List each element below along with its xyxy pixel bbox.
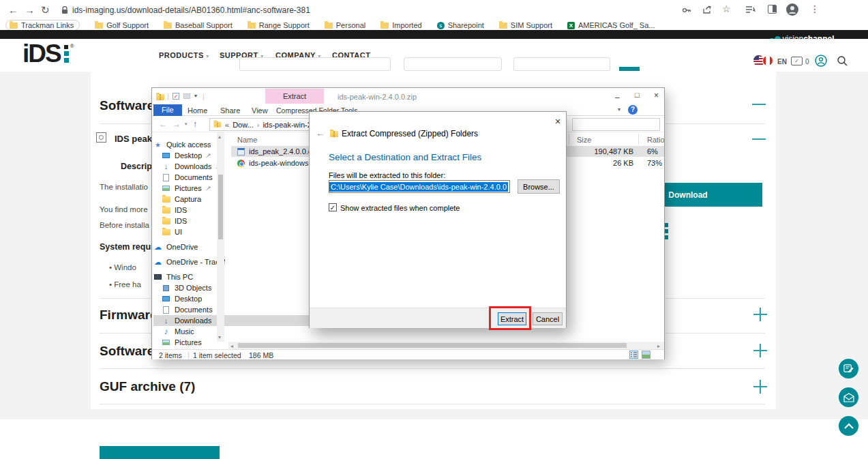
flag-ca-icon[interactable] xyxy=(762,55,773,66)
address-bar[interactable]: ids-imaging.us/download-details/AB01360.… xyxy=(72,5,454,15)
music-icon xyxy=(162,327,170,336)
details-view-icon[interactable] xyxy=(629,351,638,359)
cancel-button[interactable]: Cancel xyxy=(533,312,563,325)
profile-avatar[interactable] xyxy=(786,3,798,16)
close-icon[interactable]: × xyxy=(654,91,659,100)
ribbon-collapse-icon[interactable]: ▾ xyxy=(618,107,620,113)
share-icon[interactable] xyxy=(702,5,712,14)
scroll-thumb[interactable] xyxy=(218,175,223,239)
tab-view[interactable]: View xyxy=(252,106,268,115)
bookmark-item[interactable]: Imported xyxy=(380,21,421,29)
scroll-left-icon[interactable]: ◂ xyxy=(230,343,233,349)
folder-icon xyxy=(380,23,389,29)
collapse-minus-icon[interactable] xyxy=(752,132,766,146)
minimize-icon[interactable]: – xyxy=(615,93,620,102)
side-panel-icon[interactable] xyxy=(768,5,777,14)
newsletter-button[interactable] xyxy=(839,387,858,407)
description-paragraph: Before installa xyxy=(100,221,151,229)
reading-list-icon[interactable] xyxy=(745,5,755,14)
recent-locations-icon[interactable]: ▾ xyxy=(185,121,188,126)
compare-icon[interactable]: ✓ xyxy=(791,57,803,65)
tab-home[interactable]: Home xyxy=(188,106,207,115)
nav-back-icon[interactable]: ← xyxy=(159,120,167,128)
selected-path-text: C:\Users\Kylie Case\Downloads\ids-peak-w… xyxy=(329,182,508,192)
file-size: 190,487 KB xyxy=(595,147,634,156)
scroll-up-icon[interactable]: ▴ xyxy=(218,134,221,140)
tab-file[interactable]: File xyxy=(153,104,182,116)
collapse-minus-icon[interactable] xyxy=(752,98,766,111)
dialog-close-icon[interactable]: × xyxy=(555,117,560,126)
download-icon xyxy=(162,163,170,171)
explorer-search-input[interactable] xyxy=(572,118,660,131)
window-title: ids-peak-win-2.4.0.0.zip xyxy=(338,93,542,101)
filter-field[interactable] xyxy=(513,57,610,71)
forward-icon[interactable]: → xyxy=(25,5,35,15)
bookmark-item[interactable]: Range Support xyxy=(248,21,310,29)
cloud-icon xyxy=(153,258,162,266)
filter-submit-button[interactable] xyxy=(619,67,640,71)
bookmark-item[interactable]: Trackman Links xyxy=(5,20,80,31)
nav-forward-icon[interactable]: → xyxy=(173,120,181,128)
extract-dialog: × ← Extract Compressed (Zipped) Folders … xyxy=(309,111,567,328)
thumbnail-view-icon[interactable] xyxy=(642,351,650,359)
tab-share[interactable]: Share xyxy=(220,106,240,115)
breadcrumb-separator: › xyxy=(257,121,260,129)
filter-field[interactable] xyxy=(239,57,391,71)
column-header-ratio[interactable]: Ratio xyxy=(647,136,665,144)
dialog-heading: Select a Destination and Extract Files xyxy=(329,152,481,162)
language-label[interactable]: EN xyxy=(777,58,787,65)
checkbox-label[interactable]: Show extracted files when complete xyxy=(340,204,460,212)
back-to-top-button[interactable] xyxy=(839,416,858,436)
toolbar-customize-icon[interactable]: ▾ xyxy=(194,93,197,99)
folder-icon xyxy=(10,23,18,29)
chevron-down-icon: ▾ xyxy=(206,53,209,59)
maximize-icon[interactable]: □ xyxy=(635,91,640,99)
bookmark-item[interactable]: SIM Support xyxy=(499,21,552,29)
description-paragraph: The installatio xyxy=(100,183,151,191)
sidebar-scrollbar[interactable]: ▴ ▾ xyxy=(217,132,224,342)
star-icon xyxy=(153,141,162,149)
dialog-back-icon[interactable]: ← xyxy=(316,129,325,138)
column-header-name[interactable]: Name xyxy=(237,136,257,144)
quick-access-check-icon[interactable]: ✓ xyxy=(173,93,179,100)
search-icon[interactable] xyxy=(837,55,848,66)
bookmark-item[interactable]: sSharepoint xyxy=(437,21,484,29)
column-header-size[interactable]: Size xyxy=(577,136,591,144)
browse-button[interactable]: Browse... xyxy=(518,179,560,194)
nav-products[interactable]: PRODUCTS ▾ xyxy=(159,51,209,59)
key-icon[interactable] xyxy=(682,6,691,14)
filter-field[interactable] xyxy=(404,57,502,71)
back-icon[interactable]: ← xyxy=(8,5,18,15)
bookmark-item[interactable]: XAMERICAS Golf_ Sa... xyxy=(567,21,655,29)
title-bar[interactable]: | ✓ ▾ | Extract ids-peak-win-2.4.0.0.zip… xyxy=(152,88,664,104)
expand-plus-icon[interactable] xyxy=(753,308,767,321)
status-items: 2 items xyxy=(159,351,182,359)
scroll-right-icon[interactable]: ▸ xyxy=(657,343,660,349)
cloud-icon xyxy=(153,243,162,251)
status-bar: 2 items | 1 item selected 186 MB xyxy=(152,349,664,359)
ids-logo[interactable]: iDS ® xyxy=(23,43,74,65)
destination-path-input[interactable]: C:\Users\Kylie Case\Downloads\ids-peak-w… xyxy=(329,180,510,193)
scroll-thumb[interactable] xyxy=(238,343,627,348)
nav-up-icon[interactable]: ↑ xyxy=(193,120,197,128)
folder-icon xyxy=(248,23,256,29)
contact-form-button[interactable] xyxy=(839,359,858,379)
bookmark-item[interactable]: Golf Support xyxy=(95,21,149,29)
breadcrumb-collapse[interactable]: « xyxy=(225,121,229,129)
bookmark-item[interactable]: Baseball Support xyxy=(164,21,233,29)
bookmark-star-icon[interactable]: ☆ xyxy=(722,4,731,14)
expand-plus-icon[interactable] xyxy=(753,344,767,357)
scroll-down-icon[interactable]: ▾ xyxy=(218,334,221,340)
horizontal-scrollbar[interactable]: ◂ ▸ xyxy=(228,342,664,349)
picture-icon xyxy=(162,186,170,191)
expand-plus-icon[interactable] xyxy=(753,380,767,394)
reload-icon[interactable]: ↻ xyxy=(41,5,50,15)
bookmark-item[interactable]: Personal xyxy=(325,21,365,29)
help-icon[interactable]: ? xyxy=(628,105,638,115)
excel-icon: X xyxy=(567,22,575,29)
breadcrumb-parent[interactable]: Dow... xyxy=(233,121,254,129)
show-files-checkbox[interactable]: ✓ xyxy=(329,203,337,211)
browser-menu-icon[interactable]: ⋮ xyxy=(810,4,820,14)
account-icon[interactable] xyxy=(815,55,827,67)
quick-access-item-icon[interactable] xyxy=(183,93,190,99)
